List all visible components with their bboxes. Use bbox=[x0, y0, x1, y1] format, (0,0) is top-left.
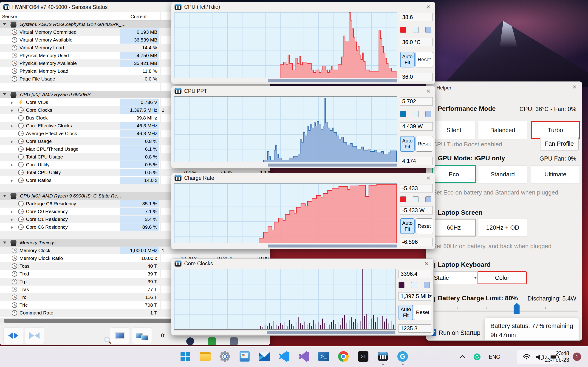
graph-close-icon[interactable]: × bbox=[425, 88, 432, 94]
graph-color-swatches[interactable] bbox=[400, 111, 433, 117]
expand-chevron-icon[interactable] bbox=[3, 195, 6, 197]
graph-color-swatches[interactable] bbox=[398, 282, 431, 288]
taskbar-icon-visualstudio[interactable] bbox=[297, 350, 311, 363]
sensor-value: 99.8 MHz bbox=[119, 115, 157, 121]
remote-monitoring-button[interactable] bbox=[132, 327, 152, 344]
perf-mode-balanced-button[interactable]: Balanced bbox=[478, 121, 527, 139]
graph-scrollbar[interactable] bbox=[174, 244, 397, 248]
taskbar-icon-explorer[interactable] bbox=[199, 350, 212, 363]
collapse-columns-button[interactable] bbox=[25, 327, 44, 344]
auto-fit-button[interactable]: Auto Fit bbox=[400, 52, 415, 67]
screen-120hz-button[interactable]: 120Hz + OD bbox=[478, 219, 527, 236]
reset-button[interactable]: Reset bbox=[415, 218, 433, 234]
reset-button[interactable]: Reset bbox=[415, 136, 433, 152]
background-color-swatch[interactable] bbox=[411, 282, 417, 288]
sensor-label: Physical Memory Used bbox=[19, 53, 69, 58]
reset-button[interactable]: Reset bbox=[414, 305, 431, 320]
column-header-current[interactable]: Current bbox=[119, 14, 153, 19]
clock-icon bbox=[18, 107, 24, 113]
background-color-swatch[interactable] bbox=[413, 27, 419, 33]
graph-scrollbar[interactable] bbox=[174, 79, 397, 83]
tray-show-hidden-icons[interactable] bbox=[460, 355, 465, 360]
graph-min-value: 4.174 bbox=[400, 157, 433, 165]
expand-chevron-icon[interactable] bbox=[11, 101, 13, 104]
grid-color-swatch[interactable] bbox=[425, 111, 431, 117]
perf-mode-turbo-button[interactable]: Turbo bbox=[531, 121, 580, 139]
taskbar-icon-start[interactable] bbox=[179, 350, 192, 363]
clock-icon bbox=[18, 154, 24, 160]
series-color-swatch[interactable] bbox=[400, 111, 406, 117]
background-color-swatch[interactable] bbox=[413, 196, 419, 202]
screen-60hz-button[interactable]: 60Hz bbox=[432, 219, 476, 236]
grid-color-swatch[interactable] bbox=[425, 196, 431, 202]
fan-profile-button[interactable]: Fan Profile bbox=[540, 137, 579, 150]
ghelper-close-icon[interactable]: × bbox=[571, 83, 578, 90]
sensor-label: Package C6 Residency bbox=[26, 201, 76, 206]
expand-chevron-icon[interactable] bbox=[11, 210, 13, 214]
graph-scrollbar[interactable] bbox=[174, 331, 396, 334]
column-header-sensor[interactable]: Sensor bbox=[2, 14, 17, 19]
taskbar-icon-monitor[interactable] bbox=[238, 350, 251, 363]
battery-limit-slider[interactable] bbox=[431, 311, 578, 312]
keyboard-color-button[interactable]: Color bbox=[477, 271, 527, 284]
grid-color-swatch[interactable] bbox=[424, 282, 430, 288]
gpu-mode-eco-button[interactable]: Eco bbox=[432, 165, 476, 183]
expand-chevron-icon[interactable] bbox=[3, 242, 6, 244]
sensor-value: 116 T bbox=[119, 294, 157, 300]
taskbar-icon-settings[interactable] bbox=[218, 350, 232, 363]
graph-plot-area[interactable] bbox=[174, 96, 397, 162]
graph-plot-area[interactable] bbox=[174, 269, 396, 330]
graph-close-icon[interactable]: × bbox=[423, 260, 430, 267]
sensor-value: 14.4 % bbox=[119, 45, 157, 50]
toolbar-settings-icon[interactable] bbox=[230, 337, 238, 345]
expand-chevron-icon[interactable] bbox=[11, 226, 13, 229]
expand-chevron-icon[interactable] bbox=[11, 179, 13, 182]
taskbar-icon-ghelper[interactable]: G bbox=[396, 350, 409, 363]
toolbar-chart-icon[interactable] bbox=[208, 337, 216, 345]
taskbar-icon-terminal[interactable]: >ǁ bbox=[356, 350, 370, 363]
language-indicator[interactable]: ENG bbox=[489, 354, 500, 360]
series-color-swatch[interactable] bbox=[400, 196, 406, 202]
expand-chevron-icon[interactable] bbox=[11, 164, 13, 167]
background-color-swatch[interactable] bbox=[413, 111, 419, 117]
taskbar-icon-hwinfo[interactable] bbox=[376, 350, 389, 363]
toolbar-clock-icon[interactable] bbox=[186, 337, 194, 345]
grid-color-swatch[interactable] bbox=[425, 27, 431, 33]
graph-color-swatches[interactable] bbox=[400, 196, 433, 202]
graph-color-swatches[interactable] bbox=[400, 27, 433, 33]
system-summary-button[interactable] bbox=[110, 327, 130, 344]
grammarly-tray-icon[interactable]: G bbox=[474, 353, 481, 360]
taskbar-icon-mail[interactable] bbox=[258, 350, 271, 363]
taskbar-icon-chrome[interactable] bbox=[337, 350, 350, 363]
auto-fit-button[interactable]: Auto Fit bbox=[400, 136, 415, 152]
expand-chevron-icon[interactable] bbox=[11, 125, 13, 128]
perf-mode-silent-button[interactable]: Silent bbox=[432, 121, 476, 139]
gpu-mode-ultimate-button[interactable]: Ultimate bbox=[531, 165, 580, 183]
series-color-swatch[interactable] bbox=[398, 282, 405, 288]
reset-button[interactable]: Reset bbox=[415, 52, 433, 67]
graph-plot-area[interactable] bbox=[174, 12, 397, 78]
series-color-swatch[interactable] bbox=[400, 27, 406, 33]
graph-close-icon[interactable]: × bbox=[425, 175, 432, 181]
notification-badge[interactable]: 1 bbox=[573, 352, 581, 361]
keyboard-backlight-dropdown[interactable]: Static bbox=[431, 271, 481, 284]
expand-chevron-icon[interactable] bbox=[3, 23, 6, 25]
sensor-value-highlighted: 0.786 V bbox=[120, 99, 159, 106]
battery-limit-slider-handle[interactable] bbox=[514, 303, 519, 314]
graph-plot-area[interactable] bbox=[174, 183, 397, 243]
taskbar-icon-powershell[interactable]: >_ bbox=[317, 350, 330, 363]
auto-fit-button[interactable]: Auto Fit bbox=[400, 218, 415, 234]
tray-clock[interactable]: 23:48 23-Feb-23 bbox=[545, 350, 569, 363]
clock-icon bbox=[12, 68, 17, 74]
expand-chevron-icon[interactable] bbox=[11, 140, 13, 143]
expand-chevron-icon[interactable] bbox=[11, 109, 13, 112]
auto-fit-button[interactable]: Auto Fit bbox=[398, 305, 413, 320]
sensor-value: 11.8 % bbox=[119, 68, 157, 74]
taskbar-icon-vscode[interactable] bbox=[277, 350, 291, 363]
graph-scrollbar[interactable] bbox=[174, 163, 397, 167]
expand-chevron-icon[interactable] bbox=[11, 218, 13, 221]
expand-chevron-icon[interactable] bbox=[3, 93, 6, 95]
gpu-mode-standard-button[interactable]: Standard bbox=[478, 165, 527, 183]
expand-columns-button[interactable] bbox=[3, 327, 23, 344]
graph-close-icon[interactable]: × bbox=[425, 3, 432, 10]
